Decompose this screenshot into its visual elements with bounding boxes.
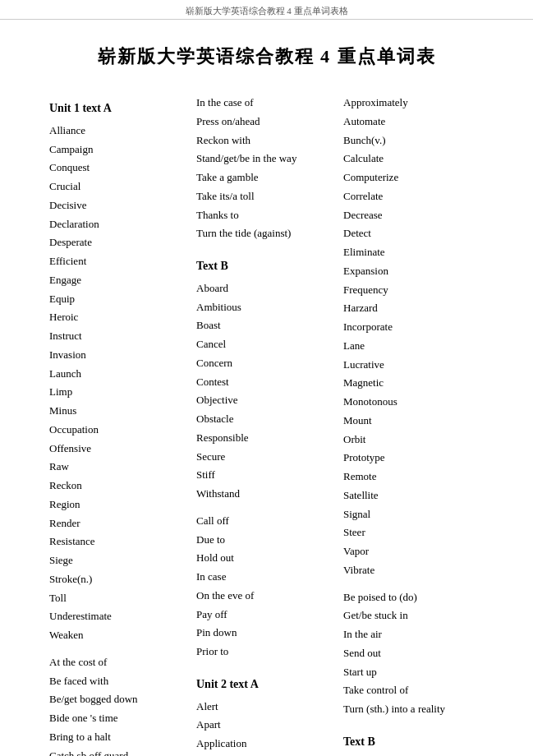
list-item: Turn the tide (against) <box>196 224 337 243</box>
main-title: 崭新版大学英语综合教程 4 重点单词表 <box>49 44 484 69</box>
list-item: Pay off <box>196 606 337 625</box>
list-item: Catch sb off guard <box>49 747 190 756</box>
list-item: Obstacle <box>196 410 337 429</box>
list-item: Bide one 's time <box>49 709 190 728</box>
page-top-title: 崭新版大学英语综合教程 4 重点单词表格 <box>0 0 533 20</box>
list-item: Desperate <box>49 233 190 252</box>
list-item: Responsible <box>196 429 337 448</box>
list-item: Limp <box>49 383 190 402</box>
list-item: Ambitious <box>196 298 337 317</box>
list-item: Frequency <box>343 281 484 300</box>
list-item: Expansion <box>343 262 484 281</box>
list-item: Computerize <box>343 168 484 187</box>
list-item: Send out <box>343 644 484 663</box>
list-item: Steer <box>343 523 484 542</box>
textb-heading: Text B <box>196 256 337 276</box>
list-item: Bunch(v.) <box>343 131 484 150</box>
list-item: Signal <box>343 505 484 524</box>
column-3: ApproximatelyAutomateBunch(v.)CalculateC… <box>343 94 484 756</box>
list-item: Aboard <box>196 279 337 298</box>
list-item: Region <box>49 496 190 514</box>
list-item: Engage <box>49 271 190 290</box>
list-item: Raw <box>49 458 190 477</box>
list-item: Approximately <box>343 94 484 113</box>
list-item: Thanks to <box>196 206 337 225</box>
list-item: Prototype <box>343 449 484 468</box>
list-item: Be faced with <box>49 672 190 691</box>
list-item: Objective <box>196 391 337 410</box>
unit2-heading: Unit 2 text A <box>196 675 337 694</box>
list-item: Be/get bogged down <box>49 690 190 709</box>
list-item: Hold out <box>196 549 337 568</box>
list-item: Get/be stuck in <box>343 606 484 625</box>
list-item: Turn (sth.) into a reality <box>343 700 484 719</box>
list-item: Vibrate <box>343 561 484 580</box>
list-item: In case <box>196 568 337 587</box>
list-item: Efficient <box>49 252 190 271</box>
list-item: At the cost of <box>49 653 190 672</box>
list-item: On the eve of <box>196 587 337 606</box>
list-item: Prior to <box>196 643 337 662</box>
list-item: Orbit <box>343 431 484 449</box>
list-item: Stiff <box>196 466 337 485</box>
list-item: Eliminate <box>343 243 484 262</box>
list-item: Apart <box>196 716 337 735</box>
col3-textb-heading: Text B <box>343 732 484 752</box>
list-item: Magnetic <box>343 374 484 393</box>
list-item: Resistance <box>49 532 190 551</box>
list-item: Crucial <box>49 177 190 196</box>
list-item: Take control of <box>343 681 484 700</box>
list-item: Reckon <box>49 477 190 496</box>
list-item: Calculate <box>343 150 484 168</box>
unit1-heading: Unit 1 text A <box>49 99 190 118</box>
list-item: Harzard <box>343 299 484 318</box>
list-item: Launch <box>49 365 190 384</box>
list-item: Declaration <box>49 215 190 234</box>
list-item: Incorporate <box>343 318 484 337</box>
col3-words-top: ApproximatelyAutomateBunch(v.)CalculateC… <box>343 94 484 580</box>
list-item: Take its/a toll <box>196 187 337 206</box>
col2-phrases: Call offDue toHold outIn caseOn the eve … <box>196 512 337 662</box>
list-item: Concern <box>196 354 337 373</box>
list-item: Press on/ahead <box>196 113 337 131</box>
list-item: Call off <box>196 512 337 531</box>
list-item: Siege <box>49 551 190 570</box>
list-item: Alert <box>196 698 337 717</box>
col2-words: AboardAmbitiousBoastCancelConcernContest… <box>196 279 337 504</box>
col2-phrases-top: In the case ofPress on/aheadReckon withS… <box>196 94 337 243</box>
list-item: Reckon with <box>196 131 337 150</box>
list-item: Detect <box>343 224 484 243</box>
list-item: Cancel <box>196 335 337 354</box>
col3-phrases: Be poised to (do)Get/be stuck inIn the a… <box>343 588 484 719</box>
list-item: Weaken <box>49 626 190 645</box>
list-item: Automate <box>343 113 484 131</box>
list-item: Boast <box>196 316 337 335</box>
list-item: Invasion <box>49 346 190 365</box>
list-item: Stroke(n.) <box>49 570 190 589</box>
list-item: Minus <box>49 402 190 421</box>
list-item: Instruct <box>49 327 190 346</box>
list-item: Start up <box>343 663 484 682</box>
list-item: Lucrative <box>343 356 484 375</box>
list-item: Pin down <box>196 624 337 643</box>
column-2: In the case ofPress on/aheadReckon withS… <box>196 94 343 754</box>
list-item: Due to <box>196 531 337 550</box>
list-item: Render <box>49 514 190 533</box>
list-item: Campaign <box>49 141 190 159</box>
list-item: Stand/get/be in the way <box>196 150 337 168</box>
columns-wrapper: Unit 1 text A AllianceCampaignConquestCr… <box>49 94 484 756</box>
list-item: Mount <box>343 412 484 431</box>
list-item: Contest <box>196 373 337 392</box>
list-item: In the case of <box>196 94 337 113</box>
list-item: Satellite <box>343 486 484 505</box>
list-item: Offensive <box>49 440 190 459</box>
column-1: Unit 1 text A AllianceCampaignConquestCr… <box>49 94 196 756</box>
list-item: Decisive <box>49 196 190 215</box>
list-item: Underestimate <box>49 607 190 626</box>
list-item: Heroic <box>49 308 190 327</box>
list-item: Occupation <box>49 421 190 440</box>
list-item: Correlate <box>343 187 484 206</box>
list-item: Bring to a halt <box>49 728 190 747</box>
list-item: Monotonous <box>343 393 484 412</box>
list-item: Alliance <box>49 122 190 141</box>
